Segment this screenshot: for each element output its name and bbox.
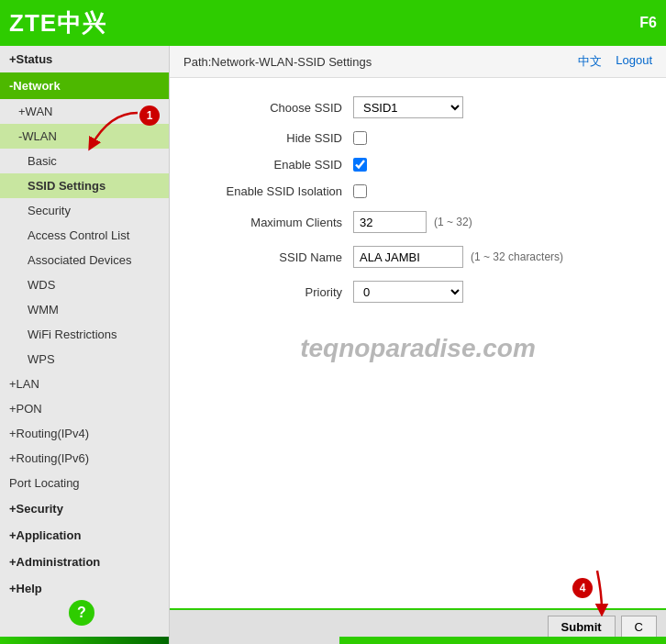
submit-button[interactable]: Submit — [548, 616, 616, 638]
choose-ssid-control: SSID1 — [353, 96, 463, 118]
sidebar-basic[interactable]: Basic — [0, 149, 169, 173]
sidebar-status[interactable]: +Status — [0, 46, 169, 72]
form-area: Choose SSID SSID1 Hide SSID — [170, 78, 666, 608]
hide-ssid-checkbox[interactable] — [353, 131, 367, 145]
path-bar-right: 中文 Logout — [578, 53, 652, 70]
path-bar: Path:Network-WLAN-SSID Settings 中文 Logou… — [170, 46, 666, 78]
ssid-select[interactable]: SSID1 — [353, 96, 463, 118]
model-label: F6 — [639, 15, 657, 31]
logout-link[interactable]: Logout — [616, 53, 652, 70]
sidebar-port-locating[interactable]: Port Locating — [0, 471, 169, 495]
sidebar-routing-ipv6[interactable]: +Routing(IPv6) — [0, 446, 169, 471]
main-bottom-bar — [339, 637, 666, 644]
enable-ssid-isolation-checkbox[interactable] — [353, 184, 367, 198]
watermark: teqnoparadise.com — [206, 316, 629, 372]
layout: 1 +Status -Network +WAN -WLAN Basic SSID… — [0, 46, 666, 644]
sidebar-pon[interactable]: +PON — [0, 396, 169, 421]
sidebar-application[interactable]: +Application — [0, 522, 169, 549]
priority-control: 0 — [353, 281, 463, 303]
cancel-button[interactable]: C — [621, 616, 657, 638]
max-clients-label: Maximum Clients — [206, 216, 353, 229]
enable-ssid-checkbox[interactable] — [353, 158, 367, 172]
sidebar-help[interactable]: +Help — [0, 575, 169, 602]
choose-ssid-label: Choose SSID — [206, 101, 353, 115]
ssid-name-control: (1 ~ 32 characters) — [353, 246, 563, 268]
sidebar-wds[interactable]: WDS — [0, 272, 169, 297]
sidebar-security[interactable]: Security — [0, 198, 169, 223]
lang-link[interactable]: 中文 — [578, 53, 602, 70]
sidebar-wlan[interactable]: -WLAN — [0, 124, 169, 149]
annotation-1: 1 — [139, 105, 160, 126]
max-clients-input[interactable] — [353, 211, 427, 233]
hide-ssid-row: Hide SSID — [206, 131, 629, 145]
choose-ssid-row: Choose SSID SSID1 — [206, 96, 629, 118]
sidebar-routing-ipv4[interactable]: +Routing(IPv4) — [0, 421, 169, 446]
ssid-name-row: SSID Name (1 ~ 32 characters) — [206, 246, 629, 268]
sidebar-wmm[interactable]: WMM — [0, 297, 169, 322]
enable-ssid-label: Enable SSID — [206, 158, 353, 172]
sidebar-wps[interactable]: WPS — [0, 347, 169, 372]
sidebar-bottom-bar — [0, 637, 170, 644]
ssid-name-input[interactable] — [353, 246, 463, 268]
sidebar-ssid-settings[interactable]: SSID Settings — [0, 173, 169, 198]
sidebar-administration[interactable]: +Administration — [0, 549, 169, 575]
hide-ssid-label: Hide SSID — [206, 131, 353, 145]
sidebar-associated[interactable]: Associated Devices — [0, 248, 169, 272]
sidebar-access-control[interactable]: Access Control List — [0, 223, 169, 248]
ssid-name-hint: (1 ~ 32 characters) — [471, 250, 563, 263]
main-wrapper: Path:Network-WLAN-SSID Settings 中文 Logou… — [170, 46, 666, 644]
main: Path:Network-WLAN-SSID Settings 中文 Logou… — [170, 46, 666, 644]
priority-row: Priority 0 — [206, 281, 629, 303]
enable-ssid-isolation-label: Enable SSID Isolation — [206, 184, 353, 198]
sidebar-network[interactable]: -Network — [0, 72, 169, 99]
hide-ssid-control — [353, 131, 367, 145]
path-text: Path:Network-WLAN-SSID Settings — [183, 55, 372, 69]
enable-ssid-isolation-control — [353, 184, 367, 198]
header: ZTE中兴 F6 — [0, 0, 666, 46]
sidebar: 1 +Status -Network +WAN -WLAN Basic SSID… — [0, 46, 170, 644]
enable-ssid-control — [353, 158, 367, 172]
annotation-4: 4 — [572, 578, 593, 598]
enable-ssid-row: Enable SSID — [206, 158, 629, 172]
max-clients-control: (1 ~ 32) — [353, 211, 472, 233]
sidebar-wifi-restrictions[interactable]: WiFi Restrictions — [0, 322, 169, 347]
priority-label: Priority — [206, 285, 353, 299]
max-clients-row: Maximum Clients (1 ~ 32) 3 — [206, 211, 629, 233]
priority-select[interactable]: 0 — [353, 281, 463, 303]
max-clients-hint: (1 ~ 32) — [434, 216, 472, 228]
sidebar-lan[interactable]: +LAN — [0, 372, 169, 396]
help-badge[interactable]: ? — [69, 600, 94, 626]
enable-ssid-isolation-row: Enable SSID Isolation — [206, 184, 629, 198]
ssid-name-label: SSID Name — [206, 250, 353, 264]
logo: ZTE中兴 — [9, 7, 106, 39]
sidebar-security-section[interactable]: +Security — [0, 495, 169, 522]
